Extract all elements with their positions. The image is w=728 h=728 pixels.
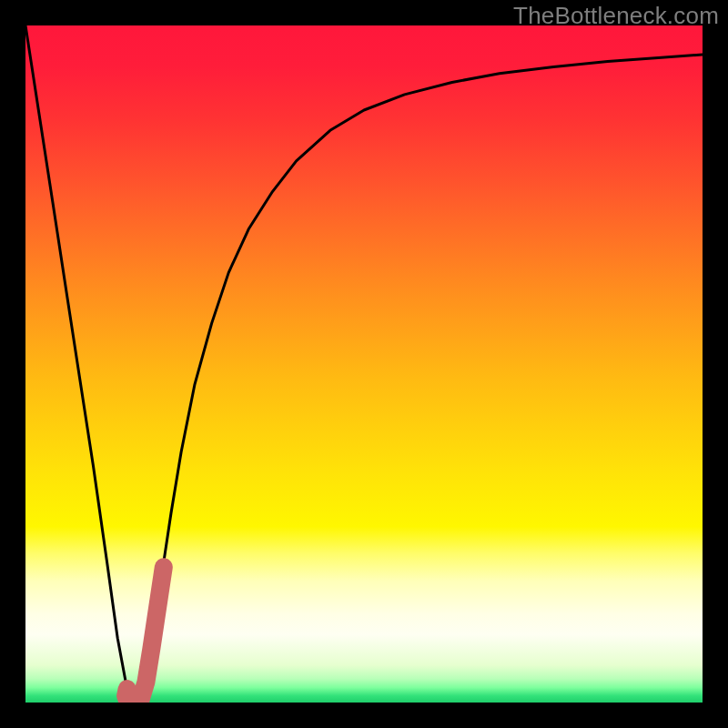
overlay-j-stroke <box>126 567 164 701</box>
chart-svg <box>25 25 703 703</box>
bottleneck-curve <box>25 25 703 699</box>
outer-frame: TheBottleneck.com <box>0 0 728 728</box>
watermark-text: TheBottleneck.com <box>513 2 719 30</box>
plot-area <box>25 25 703 703</box>
